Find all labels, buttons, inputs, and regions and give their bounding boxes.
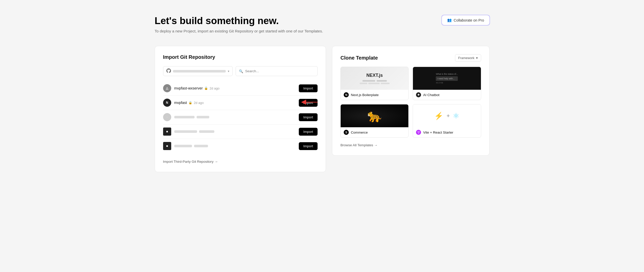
- framework-select[interactable]: Framework ▾: [455, 54, 481, 62]
- clone-card-header: Clone Template Framework ▾: [340, 54, 481, 62]
- import-button[interactable]: Import: [299, 128, 318, 136]
- avatar: ■: [163, 142, 171, 150]
- commerce-panther: 🐆: [367, 110, 382, 122]
- template-info: S Commerce: [341, 127, 408, 137]
- vite-template-icon: ▽: [416, 130, 421, 135]
- template-thumbnail: 🐆: [341, 104, 408, 127]
- github-icon: [166, 68, 171, 74]
- clone-card-title: Clone Template: [340, 55, 378, 61]
- repo-name-blurred: [174, 130, 296, 133]
- lock-icon: 🔒: [188, 101, 192, 104]
- main-content: Import Git Repository ▾ 🔍: [155, 46, 490, 172]
- repo-name-blurred: [174, 145, 296, 147]
- search-input[interactable]: [245, 69, 315, 73]
- account-name-blurred: [173, 70, 226, 72]
- import-git-card: Import Git Repository ▾ 🔍: [155, 46, 326, 172]
- repo-info: mvpfast-wxserver 🔒 2d ago: [174, 86, 296, 90]
- avatar: ■: [163, 128, 171, 136]
- repo-item: · Import: [163, 110, 318, 124]
- import-button[interactable]: Import: [299, 84, 318, 92]
- template-info: N Next.js Boilerplate: [341, 90, 408, 100]
- chevron-down-icon: ▾: [476, 56, 478, 60]
- repo-name: mvpfast-wxserver 🔒 2d ago: [174, 86, 296, 90]
- page-title: Let's build something new.: [155, 15, 323, 26]
- template-card-commerce[interactable]: 🐆 S Commerce: [340, 104, 409, 138]
- repo-info: [174, 145, 296, 147]
- template-card-vite-react[interactable]: ⚡ + ⚛ ▽ Vite + React Starter: [413, 104, 481, 138]
- collaborate-button[interactable]: 👥 Collaborate on Pro: [442, 15, 490, 25]
- import-button[interactable]: Import: [299, 99, 318, 107]
- repo-list: △ mvpfast-wxserver 🔒 2d ago Import N: [163, 81, 318, 153]
- repo-account-select[interactable]: ▾: [163, 66, 233, 76]
- repo-controls: ▾ 🔍: [163, 66, 318, 76]
- template-name: Commerce: [351, 131, 368, 134]
- lock-icon: 🔒: [204, 86, 208, 90]
- avatar: ·: [163, 113, 171, 121]
- third-party-link[interactable]: Import Third-Party Git Repository →: [163, 160, 218, 164]
- template-info: ✦ AI Chatbot: [413, 90, 481, 100]
- vite-icon: ⚡: [434, 112, 443, 120]
- repo-name-blurred: [174, 116, 296, 118]
- ai-icon: ✦: [416, 92, 421, 97]
- clone-template-card: Clone Template Framework ▾ NEXT.js: [332, 46, 489, 156]
- repo-item: ■ Import: [163, 124, 318, 139]
- repo-info: mvpfast 🔒 2d ago: [174, 101, 296, 105]
- template-thumbnail: ⚡ + ⚛: [413, 104, 481, 127]
- react-icon: ⚛: [453, 112, 459, 120]
- browse-all-link[interactable]: Browse All Templates →: [340, 143, 377, 147]
- template-name: Vite + React Starter: [423, 131, 453, 134]
- avatar: N: [163, 99, 171, 107]
- import-button[interactable]: Import: [299, 142, 318, 150]
- chevron-down-icon: ▾: [228, 69, 229, 73]
- import-card-title: Import Git Repository: [163, 54, 318, 60]
- header-text: Let's build something new. To deploy a n…: [155, 15, 323, 33]
- repo-item: △ mvpfast-wxserver 🔒 2d ago Import: [163, 81, 318, 96]
- people-icon: 👥: [447, 18, 452, 22]
- plus-icon: +: [446, 113, 450, 119]
- nextjs-icon: N: [344, 92, 349, 97]
- template-thumbnail: NEXT.js: [341, 67, 408, 90]
- repo-info: [174, 116, 296, 118]
- header-area: Let's build something new. To deploy a n…: [155, 15, 490, 33]
- templates-grid: NEXT.js: [340, 67, 481, 138]
- nextjs-logo: NEXT.js: [360, 73, 390, 78]
- page-subtitle: To deploy a new Project, import an exist…: [155, 29, 323, 33]
- framework-select-label: Framework: [458, 56, 475, 60]
- repo-search-box[interactable]: 🔍: [236, 66, 318, 76]
- repo-item: N mvpfast 🔒 2d ago Import: [163, 96, 318, 110]
- template-card-ai-chatbot[interactable]: What is the status of... I need help wit…: [413, 67, 481, 100]
- search-icon: 🔍: [239, 69, 243, 73]
- import-button[interactable]: Import: [299, 113, 318, 121]
- template-thumbnail: What is the status of... I need help wit…: [413, 67, 481, 90]
- template-name: Next.js Boilerplate: [351, 93, 379, 97]
- commerce-icon: S: [344, 130, 349, 135]
- page-wrapper: Let's build something new. To deploy a n…: [145, 0, 500, 192]
- avatar: △: [163, 84, 171, 92]
- template-card-nextjs[interactable]: NEXT.js: [340, 67, 409, 100]
- collaborate-btn-label: Collaborate on Pro: [454, 18, 484, 22]
- template-name: AI Chatbot: [423, 93, 439, 97]
- repo-name: mvpfast 🔒 2d ago: [174, 101, 296, 105]
- repo-info: [174, 130, 296, 133]
- template-info: ▽ Vite + React Starter: [413, 127, 481, 137]
- repo-item: ■ Import: [163, 139, 318, 153]
